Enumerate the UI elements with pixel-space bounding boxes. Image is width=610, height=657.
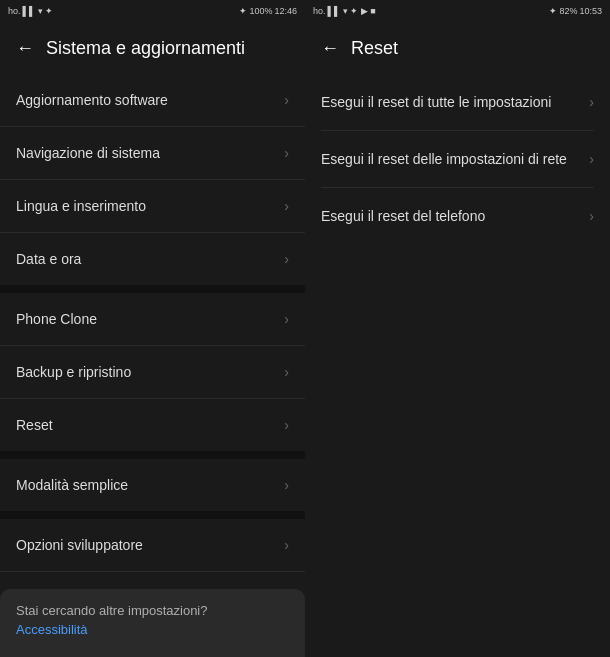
menu-item-navigazione-chevron: › — [284, 145, 289, 161]
menu-item-lingua[interactable]: Lingua e inserimento › — [0, 180, 305, 232]
menu-item-data-label: Data e ora — [16, 251, 81, 267]
right-right-status: ✦ 82% 10:53 — [549, 6, 602, 16]
menu-item-backup-chevron: › — [284, 364, 289, 380]
right-menu-item-reset-telefono-chevron: › — [589, 208, 594, 224]
menu-item-backup[interactable]: Backup e ripristino › — [0, 346, 305, 398]
right-carrier: ho. — [313, 6, 326, 16]
left-time: 12:46 — [274, 6, 297, 16]
menu-item-reset[interactable]: Reset › — [0, 399, 305, 451]
menu-item-modalita-label: Modalità semplice — [16, 477, 128, 493]
menu-item-phone-clone[interactable]: Phone Clone › — [0, 293, 305, 345]
bottom-search-card: Stai cercando altre impostazioni? Access… — [0, 589, 305, 657]
right-time: 10:53 — [579, 6, 602, 16]
right-carrier-info: ho. ▌▌ ▾ ✦ ▶ ■ — [313, 6, 376, 16]
section-divider-2 — [0, 451, 305, 459]
menu-item-lingua-chevron: › — [284, 198, 289, 214]
left-menu-list: Aggiornamento software › Navigazione di … — [0, 74, 305, 657]
right-status-bar: ho. ▌▌ ▾ ✦ ▶ ■ ✦ 82% 10:53 — [305, 0, 610, 22]
left-carrier: ho. — [8, 6, 21, 16]
section-divider-3 — [0, 511, 305, 519]
right-menu-item-reset-telefono[interactable]: Esegui il reset del telefono › — [305, 188, 610, 244]
menu-item-aggiornamento[interactable]: Aggiornamento software › — [0, 74, 305, 126]
right-menu-list: Esegui il reset di tutte le impostazioni… — [305, 74, 610, 244]
menu-item-sviluppatore-label: Opzioni sviluppatore — [16, 537, 143, 553]
menu-item-modalita[interactable]: Modalità semplice › — [0, 459, 305, 511]
right-menu-item-reset-telefono-label: Esegui il reset del telefono — [321, 207, 589, 225]
left-status-bar: ho. ▌▌ ▾ ✦ ✦ 100% 12:46 — [0, 0, 305, 22]
menu-item-aggiornamento-label: Aggiornamento software — [16, 92, 168, 108]
right-header: ← Reset — [305, 22, 610, 74]
right-menu-item-reset-rete-label: Esegui il reset delle impostazioni di re… — [321, 150, 589, 168]
menu-item-sviluppatore-chevron: › — [284, 537, 289, 553]
right-bt-icon: ✦ — [549, 6, 557, 16]
right-battery-pct: 82% — [559, 6, 577, 16]
left-panel: ho. ▌▌ ▾ ✦ ✦ 100% 12:46 ← Sistema e aggi… — [0, 0, 305, 657]
menu-item-phone-clone-label: Phone Clone — [16, 311, 97, 327]
menu-item-reset-label: Reset — [16, 417, 53, 433]
left-signal-icons: ▌▌ ▾ ✦ — [23, 6, 54, 16]
menu-item-aggiornamento-chevron: › — [284, 92, 289, 108]
left-carrier-info: ho. ▌▌ ▾ ✦ — [8, 6, 53, 16]
menu-item-reset-chevron: › — [284, 417, 289, 433]
right-signal-icons: ▌▌ ▾ ✦ ▶ ■ — [328, 6, 376, 16]
left-bt-icon: ✦ — [239, 6, 247, 16]
left-header: ← Sistema e aggiornamenti — [0, 22, 305, 74]
right-menu-item-reset-rete[interactable]: Esegui il reset delle impostazioni di re… — [305, 131, 610, 187]
left-battery-pct: 100% — [249, 6, 272, 16]
menu-item-navigazione-label: Navigazione di sistema — [16, 145, 160, 161]
bottom-card-text: Stai cercando altre impostazioni? — [16, 603, 289, 618]
left-back-button[interactable]: ← — [16, 38, 34, 59]
menu-item-data-chevron: › — [284, 251, 289, 267]
left-right-status: ✦ 100% 12:46 — [239, 6, 297, 16]
right-menu-item-reset-all-chevron: › — [589, 94, 594, 110]
menu-item-backup-label: Backup e ripristino — [16, 364, 131, 380]
right-menu-item-reset-all-label: Esegui il reset di tutte le impostazioni — [321, 93, 589, 111]
menu-item-sviluppatore[interactable]: Opzioni sviluppatore › — [0, 519, 305, 571]
right-page-title: Reset — [351, 38, 398, 59]
left-page-title: Sistema e aggiornamenti — [46, 38, 245, 59]
menu-item-phone-clone-chevron: › — [284, 311, 289, 327]
menu-item-modalita-chevron: › — [284, 477, 289, 493]
right-menu-item-reset-rete-chevron: › — [589, 151, 594, 167]
menu-item-navigazione[interactable]: Navigazione di sistema › — [0, 127, 305, 179]
right-back-button[interactable]: ← — [321, 38, 339, 59]
menu-item-lingua-label: Lingua e inserimento — [16, 198, 146, 214]
right-menu-item-reset-all[interactable]: Esegui il reset di tutte le impostazioni… — [305, 74, 610, 130]
accessibility-link[interactable]: Accessibilità — [16, 622, 289, 637]
menu-item-data[interactable]: Data e ora › — [0, 233, 305, 285]
section-divider-1 — [0, 285, 305, 293]
right-panel: ho. ▌▌ ▾ ✦ ▶ ■ ✦ 82% 10:53 ← Reset Esegu… — [305, 0, 610, 657]
